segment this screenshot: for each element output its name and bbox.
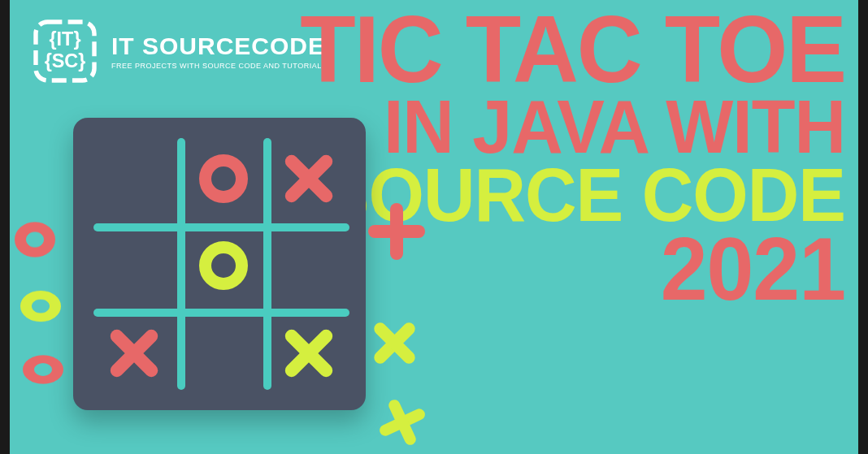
x-piece-icon xyxy=(110,329,158,378)
frame-gutter-left xyxy=(0,0,10,454)
o-piece-icon xyxy=(199,154,248,203)
x-piece-icon xyxy=(284,329,333,378)
headline-line1: TIC TAC TOE xyxy=(300,4,845,95)
o-piece-icon xyxy=(20,291,61,322)
headline-block: TIC TAC TOE IN JAVA WITH SOURCE CODE 202… xyxy=(300,6,845,309)
board-cell xyxy=(93,313,175,394)
brand-logo: {IT} {SC} IT SOURCECODE FREE PROJECTS WI… xyxy=(28,15,327,88)
board-cell xyxy=(268,225,349,306)
tic-tac-toe-board xyxy=(73,118,366,410)
board-cell xyxy=(93,138,175,219)
board-cell xyxy=(268,313,349,394)
frame-gutter-right xyxy=(858,0,868,454)
x-piece-icon xyxy=(372,321,417,365)
board-cell xyxy=(268,138,349,219)
svg-text:{SC}: {SC} xyxy=(45,50,86,71)
board-cell xyxy=(183,313,264,394)
o-piece-icon xyxy=(199,241,248,290)
plus-piece-icon xyxy=(372,207,421,256)
board-cell xyxy=(183,225,264,306)
svg-text:{IT}: {IT} xyxy=(50,28,81,50)
x-piece-icon xyxy=(376,396,428,448)
brand-tagline: FREE PROJECTS WITH SOURCE CODE AND TUTOR… xyxy=(111,62,327,70)
board-cell xyxy=(93,225,175,306)
o-piece-icon xyxy=(15,222,55,257)
brand-icon: {IT} {SC} xyxy=(28,15,102,88)
brand-text: IT SOURCECODE FREE PROJECTS WITH SOURCE … xyxy=(111,32,327,70)
brand-name: IT SOURCECODE xyxy=(111,32,327,60)
board-cell xyxy=(183,138,264,219)
x-piece-icon xyxy=(284,154,333,203)
o-piece-icon xyxy=(23,355,63,383)
